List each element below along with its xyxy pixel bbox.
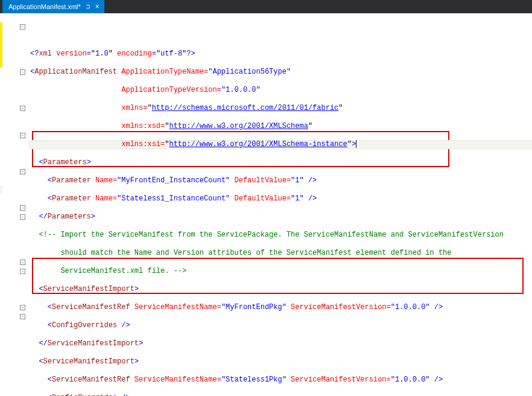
xmlns-xsi-link[interactable]: http://www.w3.org/2001/XMLSchema-instanc… <box>169 140 347 148</box>
fold-toggle[interactable]: − <box>20 24 25 30</box>
fold-toggle[interactable]: − <box>20 269 25 274</box>
xmlns-xsd-link[interactable]: http://www.w3.org/2001/XMLSchema <box>169 122 308 130</box>
file-tab[interactable]: ApplicationManifest.xml* ⊐ × <box>2 0 104 13</box>
close-icon[interactable]: × <box>95 2 100 11</box>
code-editor: − − − − − − − − − − − <box>0 13 532 396</box>
fold-toggle[interactable]: − <box>20 260 25 265</box>
tab-bar: ApplicationManifest.xml* ⊐ × <box>0 0 532 13</box>
fold-toggle[interactable]: − <box>20 305 25 310</box>
pin-icon[interactable]: ⊐ <box>86 4 90 10</box>
fold-toggle[interactable]: − <box>20 69 25 75</box>
fold-toggle[interactable]: − <box>20 133 25 138</box>
code-body[interactable]: <?xml version="1.0" encoding="utf-8"?> <… <box>29 13 532 396</box>
fold-toggle[interactable]: − <box>20 314 25 319</box>
tab-title: ApplicationManifest.xml* <box>8 3 81 10</box>
fold-toggle[interactable]: − <box>20 106 25 111</box>
text-cursor <box>356 140 356 148</box>
fold-toggle[interactable]: − <box>20 205 25 211</box>
outline-gutter: − − − − − − − − − − − <box>2 13 29 396</box>
xmlns-link[interactable]: http://schemas.microsoft.com/2011/01/fab… <box>152 104 339 112</box>
fold-toggle[interactable]: − <box>20 214 25 220</box>
fold-toggle[interactable]: − <box>20 169 25 174</box>
